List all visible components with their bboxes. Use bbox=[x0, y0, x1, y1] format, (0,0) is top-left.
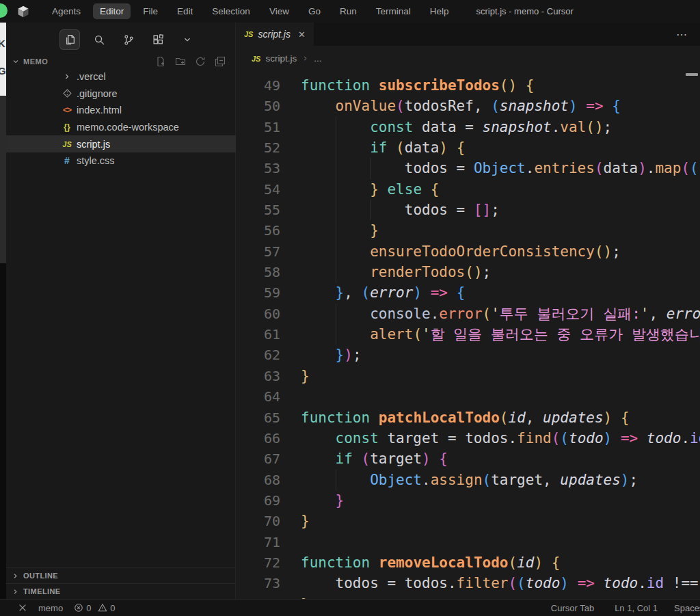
code-line[interactable]: 68 Object.assign(target, updates); bbox=[236, 470, 700, 490]
code-line[interactable]: 62 }); bbox=[236, 345, 700, 365]
timeline-section[interactable]: TIMELINE bbox=[6, 583, 236, 599]
code-line[interactable]: 66 const target = todos.find((todo) => t… bbox=[236, 428, 700, 448]
code-text: onValue(todosRef, (snapshot) => { bbox=[301, 96, 621, 116]
source-control-icon[interactable] bbox=[118, 29, 139, 50]
code-line[interactable]: 74} bbox=[236, 594, 700, 599]
background-letter: K bbox=[0, 38, 5, 49]
file-item-vercel[interactable]: .vercel bbox=[6, 68, 236, 85]
code-line[interactable]: 65function patchLocalTodo(id, updates) { bbox=[236, 407, 700, 428]
chevron-right-icon bbox=[12, 588, 19, 595]
file-item-workspace[interactable]: {} memo.code-workspace bbox=[6, 119, 236, 136]
line-number: 62 bbox=[236, 345, 280, 365]
file-item-index-html[interactable]: <> index.html bbox=[6, 102, 236, 119]
editor-area: JS script.js ✕ ⋯ JS script.js ... 49func… bbox=[236, 23, 700, 599]
titlebar: Agents Editor File Edit Selection View G… bbox=[0, 0, 700, 23]
code-line[interactable]: 72function removeLocalTodo(id) { bbox=[236, 552, 700, 573]
code-line[interactable]: 58 renderTodos(); bbox=[236, 262, 700, 282]
more-actions-icon[interactable]: ⋯ bbox=[676, 28, 688, 41]
collapse-all-icon[interactable] bbox=[215, 56, 226, 67]
new-file-icon[interactable] bbox=[155, 56, 166, 67]
window-title: script.js - memo - Cursor bbox=[476, 6, 573, 16]
cursor-position[interactable]: Ln 1, Col 1 bbox=[609, 600, 663, 616]
workspace-icon: {} bbox=[60, 122, 74, 132]
menu-agents[interactable]: Agents bbox=[45, 3, 88, 19]
file-item-script-js[interactable]: JS script.js bbox=[6, 135, 236, 152]
line-number: 60 bbox=[236, 304, 280, 324]
explorer-actions bbox=[155, 53, 226, 70]
line-number: 65 bbox=[236, 407, 280, 428]
line-number: 53 bbox=[236, 158, 280, 178]
file-item-gitignore[interactable]: .gitignore bbox=[6, 85, 236, 103]
workspace-status[interactable]: memo bbox=[33, 600, 68, 616]
tab-script-js[interactable]: JS script.js ✕ bbox=[236, 23, 314, 46]
breadcrumb-symbol[interactable]: ... bbox=[314, 53, 321, 64]
menu-edit[interactable]: Edit bbox=[170, 3, 200, 19]
code-line[interactable]: 60 console.error('투두 불러오기 실패:', error); bbox=[236, 304, 700, 324]
code-line[interactable]: 71 bbox=[236, 532, 700, 552]
code-line[interactable]: 49function subscribeTodos() { bbox=[236, 75, 700, 96]
code-line[interactable]: 52 if (data) { bbox=[236, 137, 700, 158]
code-line[interactable]: 69 } bbox=[236, 490, 700, 511]
code-line[interactable]: 51 const data = snapshot.val(); bbox=[236, 117, 700, 137]
code-line[interactable]: 50 onValue(todosRef, (snapshot) => { bbox=[236, 96, 700, 116]
breadcrumb-file[interactable]: script.js bbox=[265, 53, 297, 64]
code-line[interactable]: 55 todos = []; bbox=[236, 200, 700, 220]
problems-status[interactable]: 0 0 bbox=[68, 600, 120, 616]
menu-file[interactable]: File bbox=[136, 3, 165, 19]
code-text: }, (error) => { bbox=[301, 282, 465, 303]
error-count: 0 bbox=[86, 603, 91, 613]
code-line[interactable]: 54 } else { bbox=[236, 179, 700, 200]
menu-go[interactable]: Go bbox=[301, 3, 327, 19]
code-text: } bbox=[301, 511, 310, 531]
menu-run[interactable]: Run bbox=[333, 3, 364, 19]
refresh-icon[interactable] bbox=[195, 56, 206, 67]
code-line[interactable]: 70} bbox=[236, 511, 700, 531]
cursor-tab-status[interactable]: Cursor Tab bbox=[546, 600, 600, 616]
chevron-down-icon[interactable] bbox=[177, 29, 198, 50]
code-text: alert('할 일을 불러오는 중 오류가 발생했습니다.'); bbox=[301, 324, 700, 345]
extensions-icon[interactable] bbox=[148, 29, 168, 50]
menu-view[interactable]: View bbox=[262, 3, 296, 19]
line-number: 72 bbox=[236, 552, 280, 573]
line-number: 61 bbox=[236, 324, 280, 345]
menu-terminal[interactable]: Terminal bbox=[369, 3, 418, 19]
css-icon: # bbox=[60, 155, 74, 166]
code-line[interactable]: 53 todos = Object.entries(data).map(([ bbox=[236, 158, 700, 178]
code-line[interactable]: 67 if (target) { bbox=[236, 448, 700, 469]
menu-bar: Agents Editor File Edit Selection View G… bbox=[45, 3, 455, 19]
line-number: 69 bbox=[236, 490, 280, 511]
file-item-style-css[interactable]: # style.css bbox=[6, 152, 236, 170]
code-text: const data = snapshot.val(); bbox=[301, 117, 612, 137]
code-line[interactable]: 61 alert('할 일을 불러오는 중 오류가 발생했습니다.'); bbox=[236, 324, 700, 345]
line-number: 51 bbox=[236, 117, 280, 137]
line-number: 67 bbox=[236, 448, 280, 469]
error-icon bbox=[74, 603, 83, 613]
new-folder-icon[interactable] bbox=[175, 56, 186, 67]
code-text: if (data) { bbox=[301, 137, 465, 158]
line-number: 74 bbox=[236, 594, 280, 599]
line-number: 54 bbox=[236, 179, 280, 200]
menu-selection[interactable]: Selection bbox=[205, 3, 257, 19]
menu-editor[interactable]: Editor bbox=[93, 3, 131, 19]
code-line[interactable]: 57 ensureTodoOrderConsistency(); bbox=[236, 241, 700, 262]
indentation-status[interactable]: Spaces: 4 bbox=[669, 600, 700, 616]
line-number: 70 bbox=[236, 511, 280, 531]
code-line[interactable]: 59 }, (error) => { bbox=[236, 282, 700, 303]
line-number: 57 bbox=[236, 241, 280, 262]
line-number: 50 bbox=[236, 96, 280, 116]
outline-section[interactable]: OUTLINE bbox=[6, 567, 236, 583]
code-line[interactable]: 73 todos = todos.filter((todo) => todo.i… bbox=[236, 573, 700, 593]
remote-indicator-icon[interactable] bbox=[12, 600, 33, 616]
search-icon[interactable] bbox=[89, 29, 109, 50]
breadcrumb: JS script.js ... bbox=[236, 46, 700, 71]
code-text: Object.assign(target, updates); bbox=[301, 470, 638, 490]
close-icon[interactable]: ✕ bbox=[298, 29, 306, 40]
code-line[interactable]: 56 } bbox=[236, 220, 700, 241]
menu-help[interactable]: Help bbox=[423, 3, 456, 19]
line-number: 52 bbox=[236, 137, 280, 158]
code-line[interactable]: 63} bbox=[236, 366, 700, 386]
code-lines[interactable]: 49function subscribeTodos() {50 onValue(… bbox=[236, 75, 700, 599]
explorer-icon[interactable] bbox=[59, 29, 80, 50]
code-line[interactable]: 64 bbox=[236, 386, 700, 407]
cursor-logo-icon bbox=[16, 5, 30, 18]
